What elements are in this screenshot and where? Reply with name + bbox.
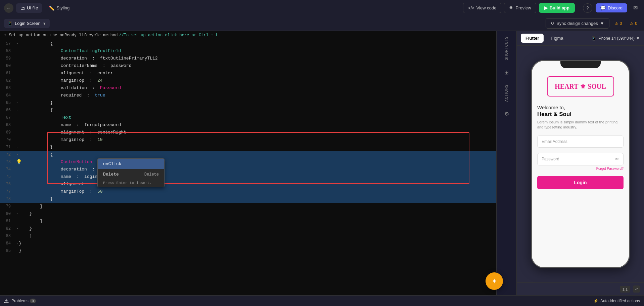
styling-icon: ✏️ bbox=[49, 5, 54, 11]
main-content: + Set up action on the onReady lifecycle… bbox=[0, 31, 644, 295]
code-line: 75 name : login bbox=[0, 173, 496, 181]
right-sidebar: SHORTCUTS ⊞ ACTIONS ⚙ bbox=[496, 31, 516, 295]
back-icon: ← bbox=[6, 5, 11, 11]
code-line: 74 decoration : bbox=[0, 166, 496, 173]
code-line: 78 - } bbox=[0, 195, 496, 203]
device-notch bbox=[560, 61, 601, 68]
eye-icon[interactable]: 👁 bbox=[615, 157, 619, 162]
code-editor[interactable]: + Set up action on the onReady lifecycle… bbox=[0, 31, 496, 295]
phone-icon: 📱 bbox=[591, 36, 596, 41]
device-label: iPhone 14 (390*844) bbox=[598, 36, 635, 41]
preview-bottom: 1:1 ⤢ bbox=[517, 282, 644, 295]
device-frame: HEART ⚜ SOUL Welcome to, Heart & Soul Lo… bbox=[531, 60, 630, 268]
context-menu-delete[interactable]: Delete Delete bbox=[98, 169, 164, 180]
device-selector[interactable]: 📱 iPhone 14 (390*844) ▼ bbox=[591, 36, 640, 41]
top-bar-actions: </> View code 👁 Preview ▶ Build app bbox=[463, 3, 575, 13]
code-line: 58 CustomFloatingTextField bbox=[0, 47, 496, 55]
email-input[interactable]: Email Address bbox=[537, 136, 624, 148]
messages-icon: ✉ bbox=[633, 5, 638, 11]
context-menu[interactable]: onClick Delete Delete Press Enter to ins… bbox=[97, 158, 165, 187]
code-area[interactable]: 57 - { 58 CustomFloatingTextField 59 dec… bbox=[0, 40, 496, 294]
help-icon: ? bbox=[586, 5, 589, 10]
code-icon: </> bbox=[468, 5, 474, 10]
view-code-button[interactable]: </> View code bbox=[463, 3, 502, 13]
lifecycle-text: + Set up action on the onReady lifecycle… bbox=[4, 33, 118, 38]
sync-button[interactable]: ↻ Sync design changes ▼ bbox=[546, 18, 609, 29]
code-line: 81 ] bbox=[0, 218, 496, 225]
grid-icon[interactable]: ⊞ bbox=[501, 67, 512, 78]
error-badge: ⚠ 0 bbox=[627, 20, 640, 27]
discord-label: Discord bbox=[608, 5, 623, 10]
code-line-73: 73 💡 CustomButton onClick Delete Delete … bbox=[0, 158, 496, 166]
preview-button[interactable]: 👁 Preview bbox=[504, 3, 536, 13]
code-line: 59 decoration : ftxtOutlinePrimaryTL12 bbox=[0, 55, 496, 62]
code-line: 80 - } bbox=[0, 210, 496, 218]
code-line: 83 ] bbox=[0, 232, 496, 240]
fab-icon: ✦ bbox=[492, 277, 497, 285]
code-line: 61 alignment : center bbox=[0, 70, 496, 77]
warning-icon: ⚠ bbox=[615, 21, 618, 26]
lifecycle-link[interactable]: //To set up action click here or Ctrl + … bbox=[119, 33, 218, 38]
code-line: 67 Text bbox=[0, 114, 496, 121]
auto-actions-icon: ⚡ bbox=[593, 299, 598, 303]
code-line-highlighted: 72 - { bbox=[0, 151, 496, 158]
expand-button[interactable]: ⤢ bbox=[633, 285, 640, 293]
discord-icon: 💬 bbox=[600, 5, 606, 10]
code-line: 63 validation : Password bbox=[0, 84, 496, 92]
code-line: 76 alignment : center bbox=[0, 181, 496, 188]
code-line: 64 required : true bbox=[0, 92, 496, 99]
screen-icon: 📱 bbox=[7, 21, 13, 26]
bottom-bar: ⚠ Problems 0 ⚡ Auto-identified actions bbox=[0, 295, 644, 306]
ratio-button[interactable]: 1:1 bbox=[620, 286, 630, 293]
preview-panel: Flutter Figma 📱 iPhone 14 (390*844) ▼ HE… bbox=[516, 31, 644, 295]
build-app-button[interactable]: ▶ Build app bbox=[539, 3, 575, 13]
code-line: 69 alignment : centerRight bbox=[0, 129, 496, 136]
tab-figma[interactable]: Figma bbox=[546, 34, 568, 43]
actions-icon[interactable]: ⚙ bbox=[501, 109, 512, 119]
code-line: 68 name : forgotpassword bbox=[0, 121, 496, 129]
screen-selector[interactable]: 📱 Login Screen ▼ bbox=[4, 19, 50, 28]
login-button[interactable]: Login bbox=[537, 176, 624, 189]
tab-ui-file-label: UI file bbox=[27, 5, 38, 10]
fab-button[interactable]: ✦ bbox=[486, 272, 503, 290]
code-line: 79 ] bbox=[0, 203, 496, 210]
top-bar-right: ? 💬 Discord ✉ bbox=[583, 3, 640, 13]
help-button[interactable]: ? bbox=[583, 3, 592, 13]
messages-button[interactable]: ✉ bbox=[631, 3, 640, 13]
code-line: 84 - } bbox=[0, 240, 496, 247]
code-line: 57 - { bbox=[0, 40, 496, 47]
welcome-to: Welcome to, bbox=[537, 105, 624, 110]
chevron-down-icon: ▼ bbox=[43, 22, 46, 26]
view-code-label: View code bbox=[476, 5, 497, 10]
app-logo-text: HEART ⚜ SOUL bbox=[555, 82, 606, 90]
code-line: 62 marginTop : 24 bbox=[0, 77, 496, 84]
warning-count: 0 bbox=[620, 21, 622, 26]
welcome-desc: Lorem Ipsum is simply dummy text of the … bbox=[537, 120, 624, 130]
code-line: 65 - } bbox=[0, 99, 496, 107]
bottom-right: ⚡ Auto-identified actions bbox=[593, 299, 640, 303]
tab-styling-label: Styling bbox=[56, 5, 70, 10]
shortcuts-label: SHORTCUTS bbox=[505, 34, 508, 63]
problems-label: Problems 0 bbox=[11, 299, 36, 303]
sync-icon: ↻ bbox=[551, 21, 554, 26]
warning-icon: ⚠ bbox=[4, 298, 9, 304]
code-line: 60 controllerName : password bbox=[0, 62, 496, 70]
bulb-icon: 💡 bbox=[16, 159, 19, 165]
discord-button[interactable]: 💬 Discord bbox=[596, 3, 627, 12]
problems-count: 0 bbox=[30, 299, 36, 303]
password-input[interactable]: Password 👁 bbox=[537, 153, 624, 165]
code-line: 70 marginTop : 10 bbox=[0, 136, 496, 144]
preview-label: Preview bbox=[515, 5, 531, 10]
actions-label: ACTIONS bbox=[505, 82, 508, 104]
forgot-password-link[interactable]: Forgot Password? bbox=[537, 167, 624, 170]
device-screen: HEART ⚜ SOUL Welcome to, Heart & Soul Lo… bbox=[532, 61, 629, 267]
tab-ui-file[interactable]: 🗂 UI file bbox=[16, 3, 42, 13]
preview-content: HEART ⚜ SOUL Welcome to, Heart & Soul Lo… bbox=[517, 46, 644, 282]
welcome-section: Welcome to, Heart & Soul Lorem Ipsum is … bbox=[537, 105, 624, 130]
back-button[interactable]: ← bbox=[4, 3, 13, 13]
code-line: 71 - } bbox=[0, 144, 496, 151]
context-menu-onclick[interactable]: onClick bbox=[98, 159, 164, 169]
tab-flutter[interactable]: Flutter bbox=[521, 34, 544, 43]
tab-styling[interactable]: ✏️ Styling bbox=[45, 3, 74, 13]
error-icon: ⚠ bbox=[630, 21, 634, 26]
